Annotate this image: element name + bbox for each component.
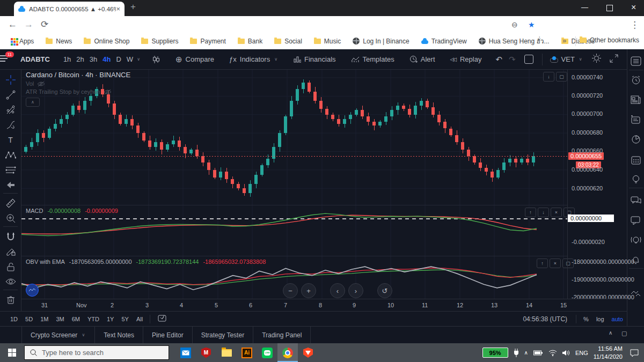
range-All-button[interactable]: All [133, 316, 147, 322]
alert-button[interactable]: Alert [405, 55, 440, 63]
window-minimize-icon[interactable]: — [581, 3, 588, 11]
reload-icon[interactable]: ⟳ [41, 20, 48, 29]
battery-percent-pill[interactable]: 95% [482, 348, 508, 358]
text-tool[interactable]: T [0, 133, 21, 147]
language-indicator[interactable]: ENG [575, 350, 588, 356]
zoom-out-icon[interactable]: ⊖ [511, 21, 518, 28]
financials-button[interactable]: Financials [289, 55, 340, 63]
bottom-tab[interactable]: Text Notes [95, 327, 143, 343]
brush-tool[interactable] [0, 118, 21, 132]
legend-collapse-button[interactable]: ∧ [26, 98, 40, 107]
templates-button[interactable]: Templates [347, 55, 399, 63]
interval-D-button[interactable]: D [113, 55, 123, 63]
pane-move-down-button[interactable]: ↓ [538, 208, 549, 217]
data-window-icon[interactable] [627, 112, 644, 127]
taskbar-clock[interactable]: 11:56 AM 11/14/2020 [594, 345, 623, 360]
pitchfork-tool[interactable] [0, 103, 21, 117]
tray-expand-icon[interactable]: ∧ [524, 350, 528, 356]
range-5Y-button[interactable]: 5Y [118, 316, 132, 322]
macd-legend[interactable]: MACD -0.00000008 -0.00000009 [26, 208, 118, 214]
panel-collapse-icon[interactable]: ∧ [609, 330, 612, 336]
interval-2h-button[interactable]: 2h [74, 55, 86, 63]
volume-icon[interactable] [562, 350, 570, 356]
undo-icon[interactable]: ↶ [492, 55, 506, 64]
bookmark-item[interactable]: Payment [185, 38, 230, 45]
back-icon[interactable]: ← [8, 20, 17, 29]
taskbar-mcafee-icon[interactable]: M [196, 343, 216, 362]
lock-all-tool[interactable] [0, 260, 21, 274]
bookmark-item[interactable]: Bank [233, 38, 267, 45]
window-close-icon[interactable]: × [631, 3, 636, 12]
hotlists-icon[interactable] [627, 132, 644, 147]
taskbar-search[interactable]: Type here to search [24, 345, 169, 360]
indicators-button[interactable]: ƒx Indicators ∨ [225, 55, 283, 63]
remove-trash-tool[interactable] [0, 293, 21, 307]
bottom-tab[interactable]: Pine Editor [143, 327, 193, 343]
fullscreen-icon[interactable] [605, 54, 623, 65]
go-to-date-icon[interactable] [153, 314, 171, 324]
forecast-tool[interactable] [0, 163, 21, 177]
auto-scale-button[interactable]: auto [608, 316, 627, 322]
range-5D-button[interactable]: 5D [21, 316, 36, 322]
window-maximize-icon[interactable] [606, 5, 613, 11]
bottom-tab[interactable]: Crypto Screener∨ [21, 327, 95, 343]
range-YTD-button[interactable]: YTD [84, 316, 103, 322]
action-center-icon[interactable] [630, 349, 639, 357]
replay-button[interactable]: ◁◁ Replay [446, 55, 486, 63]
bookmark-item[interactable]: Log In | Binance [348, 38, 414, 45]
taskbar-explorer-icon[interactable] [216, 343, 237, 362]
select-layout-icon[interactable] [524, 55, 533, 64]
interval-caret-icon[interactable]: ∨ [136, 57, 141, 62]
hide-drawings-arrow[interactable] [0, 178, 21, 192]
bottom-tab[interactable]: Strategy Tester [193, 327, 253, 343]
ideas-icon[interactable] [627, 172, 644, 187]
taskbar-brave-icon[interactable] [298, 343, 318, 362]
range-6M-button[interactable]: 6M [68, 316, 84, 322]
quick-chart-floater[interactable] [26, 284, 39, 297]
pane-move-up-button[interactable]: ↑ [537, 258, 548, 268]
news-icon[interactable] [627, 92, 644, 107]
bookmark-item[interactable]: Apps [5, 38, 39, 45]
bookmark-item[interactable]: News [41, 38, 77, 45]
drawing-mode-lock-tool[interactable] [0, 245, 21, 258]
percent-scale-button[interactable]: % [580, 316, 592, 322]
range-1M-button[interactable]: 1M [36, 316, 52, 322]
crosshair-tool[interactable] [0, 73, 21, 87]
taskbar-illustrator-icon[interactable]: Ai [237, 343, 257, 362]
tray-battery-icon[interactable] [533, 350, 543, 356]
bookmark-item[interactable]: Suppliers [136, 38, 183, 45]
interval-3h-button[interactable]: 3h [87, 55, 100, 63]
interval-4h-button[interactable]: 4h [100, 55, 113, 63]
interval-W-button[interactable]: W [124, 55, 136, 63]
bar-style-button[interactable] [148, 55, 165, 64]
measure-ruler-tool[interactable] [0, 196, 21, 210]
eye-slash-icon[interactable] [104, 89, 112, 95]
range-1D-button[interactable]: 1D [6, 316, 21, 322]
wifi-icon[interactable] [548, 350, 557, 356]
magnet-tool[interactable] [0, 230, 21, 243]
watchlist-icon[interactable] [627, 54, 644, 69]
bookmarks-overflow-icon[interactable]: » [562, 36, 566, 45]
pane-close-button[interactable]: × [550, 258, 561, 268]
zoom-out-button[interactable]: − [283, 283, 298, 298]
hide-all-eye-tool[interactable] [0, 275, 21, 289]
public-chat-icon[interactable] [627, 193, 644, 208]
forward-icon[interactable]: → [24, 20, 33, 29]
redo-icon[interactable]: ↷ [506, 55, 519, 64]
bookmark-item[interactable]: Social [269, 38, 307, 45]
private-chat-icon[interactable] [627, 213, 644, 228]
volume-legend-row[interactable]: Vol [26, 80, 130, 87]
ideas-stream-icon[interactable] [627, 233, 644, 248]
taskbar-mail-icon[interactable] [175, 343, 196, 362]
panel-restore-icon[interactable]: ▢ [621, 330, 627, 337]
price-axis[interactable]: 0.00000655 03:03:22 0.00000000 -0.000000… [567, 70, 627, 299]
bookmark-item[interactable]: Hua Seng Heng ฮั่ว... [474, 36, 554, 46]
bookmark-item[interactable]: Music [309, 38, 346, 45]
bookmark-star-icon[interactable]: ★ [528, 20, 535, 29]
interval-1h-button[interactable]: 1h [61, 55, 74, 63]
tv-menu-button[interactable]: 11 [0, 55, 10, 64]
range-1Y-button[interactable]: 1Y [103, 316, 118, 322]
chart-plot[interactable]: Cardano / Bitcoin · 4h · BINANCE Vol ATR… [21, 70, 567, 299]
utc-clock[interactable]: 04:56:38 (UTC) [523, 315, 573, 323]
reset-chart-button[interactable]: ↺ [377, 283, 392, 298]
